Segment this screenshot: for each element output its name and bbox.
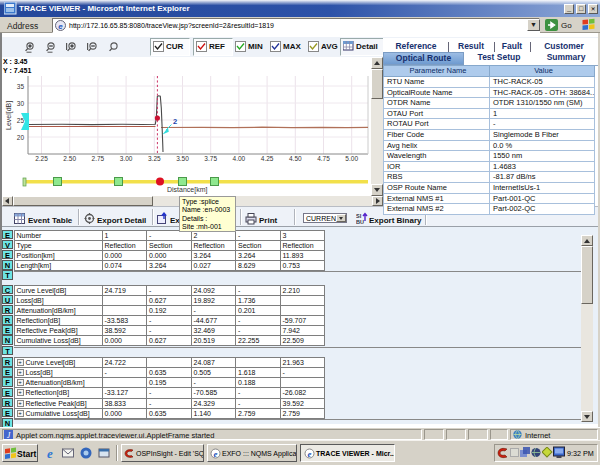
svg-text:5.00: 5.00	[345, 155, 358, 162]
svg-text:Y : 7.451: Y : 7.451	[3, 67, 31, 74]
svg-text:4.75: 4.75	[317, 155, 330, 162]
svg-text:Level[dB]: Level[dB]	[5, 101, 13, 130]
svg-text:e: e	[308, 449, 312, 459]
svg-text:2: 2	[173, 117, 177, 126]
svg-text:4.50: 4.50	[289, 155, 302, 162]
svg-text:2.75: 2.75	[92, 155, 105, 162]
svg-text:3.75: 3.75	[204, 155, 217, 162]
svg-text:BU: BU	[356, 219, 364, 225]
svg-text:Go: Go	[561, 21, 572, 30]
svg-text:20: 20	[17, 134, 25, 141]
svg-text:3.50: 3.50	[176, 155, 189, 162]
svg-text:e: e	[214, 449, 218, 459]
svg-text:2.25: 2.25	[35, 155, 48, 162]
svg-text:3.00: 3.00	[120, 155, 133, 162]
svg-text:Distance[km]: Distance[km]	[167, 186, 208, 194]
svg-text:e: e	[58, 22, 63, 31]
svg-text:4.00: 4.00	[233, 155, 246, 162]
svg-text:2.50: 2.50	[63, 155, 76, 162]
svg-text:30: 30	[17, 100, 25, 107]
svg-text:e: e	[47, 447, 53, 460]
svg-text:3.25: 3.25	[148, 155, 161, 162]
svg-text:X : 3.45: X : 3.45	[3, 58, 28, 65]
svg-text:35: 35	[17, 83, 25, 90]
svg-text:J: J	[7, 431, 11, 440]
svg-text:4.25: 4.25	[261, 155, 274, 162]
